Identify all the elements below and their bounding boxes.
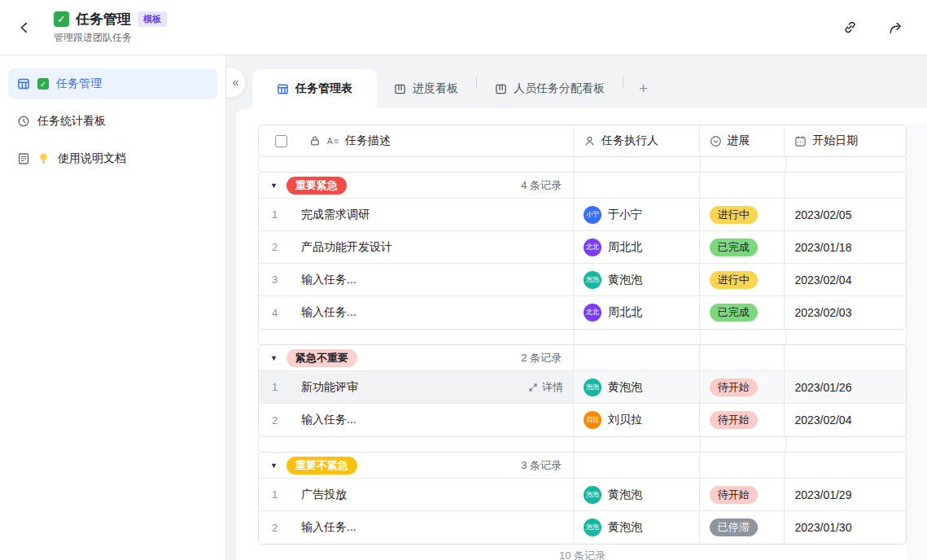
collapse-triangle-icon[interactable]: ▼ — [270, 462, 278, 470]
date-value: 2023/01/18 — [794, 241, 851, 254]
status-badge: 已停滞 — [710, 518, 758, 536]
date-value: 2023/02/03 — [794, 306, 851, 319]
assignee-name: 周北北 — [608, 305, 642, 320]
date-cell[interactable]: 2023/01/29 — [785, 479, 906, 510]
group-card-urgent-important: ▼ 重要紧急 4 条记录 1完成需求调研 小宁于小宁 进行中 2023/02/0… — [258, 172, 907, 330]
table-row[interactable]: 2输入任务... 贝拉刘贝拉 待开始 2023/02/04 — [259, 404, 906, 436]
assignee-name: 黄泡泡 — [608, 380, 642, 395]
status-cell[interactable]: 已停滞 — [700, 511, 785, 544]
date-value: 2023/01/26 — [794, 381, 851, 394]
sidebar-item-usage-doc[interactable]: 使用说明文档 — [8, 143, 217, 174]
status-badge: 进行中 — [710, 271, 758, 289]
assignee-cell[interactable]: 小宁于小宁 — [574, 199, 700, 230]
group-header[interactable]: ▼ 紧急不重要 2 条记录 — [259, 345, 906, 371]
task-name: 输入任务... — [301, 305, 356, 320]
assignee-cell[interactable]: 泡泡黄泡泡 — [574, 511, 700, 544]
assignee-name: 周北北 — [608, 240, 642, 255]
table-row[interactable]: 1 新功能评审 详情 泡泡黄泡泡 待开始 2023/01/26 — [259, 371, 906, 404]
doc-header: ✓ 任务管理 模板 管理跟进团队任务 — [0, 0, 927, 55]
title-block: ✓ 任务管理 模板 管理跟进团队任务 — [54, 10, 167, 45]
sidebar-item-stats-dashboard[interactable]: 任务统计看板 — [8, 106, 217, 137]
date-cell[interactable]: 2023/02/05 — [785, 199, 906, 230]
tab-separator — [623, 77, 623, 88]
avatar: 泡泡 — [584, 378, 601, 396]
clock-icon — [17, 115, 30, 128]
group-gap — [258, 437, 907, 452]
sidebar-item-label: 使用说明文档 — [58, 151, 126, 166]
status-cell[interactable]: 已完成 — [700, 231, 785, 263]
tab-progress-board[interactable]: 进度看板 — [377, 69, 475, 108]
status-badge: 已完成 — [710, 238, 758, 256]
date-cell[interactable]: 2023/01/18 — [785, 231, 906, 263]
share-icon — [887, 20, 903, 36]
grid-empty-area — [907, 125, 927, 560]
collapse-sidebar-button[interactable]: « — [226, 67, 246, 98]
view-tabbar: « 任务管理表 进度看板 — [226, 55, 927, 108]
tab-assignment-board[interactable]: 人员任务分配看板 — [478, 69, 622, 108]
select-all-checkbox[interactable] — [275, 135, 287, 147]
status-cell[interactable]: 待开始 — [700, 479, 785, 510]
table-grid-icon — [277, 83, 289, 95]
table-grid-icon — [17, 77, 30, 90]
main-area: « 任务管理表 进度看板 — [226, 55, 927, 560]
date-value: 2023/02/05 — [794, 208, 851, 221]
status-badge: 已完成 — [710, 304, 758, 322]
detail-expand-link[interactable]: 详情 — [528, 380, 573, 395]
group-count: 2 条记录 — [521, 351, 573, 365]
collapse-triangle-icon[interactable]: ▼ — [270, 182, 278, 190]
assignee-cell[interactable]: 泡泡黄泡泡 — [574, 264, 700, 295]
status-cell[interactable]: 进行中 — [700, 199, 785, 230]
status-cell[interactable]: 进行中 — [700, 264, 785, 295]
column-assignee[interactable]: 任务执行人 — [574, 125, 700, 156]
table-row[interactable]: 2产品功能开发设计 北北周北北 已完成 2023/01/18 — [259, 231, 906, 264]
calendar-icon — [794, 135, 807, 147]
copy-link-button[interactable] — [841, 19, 859, 37]
collapse-triangle-icon[interactable]: ▼ — [270, 354, 278, 362]
tab-task-table[interactable]: 任务管理表 — [252, 69, 377, 108]
sidebar: ✓ 任务管理 任务统计看板 使用说明文档 — [0, 55, 226, 560]
column-label: 进展 — [728, 133, 750, 148]
date-value: 2023/02/04 — [794, 273, 851, 287]
date-cell[interactable]: 2023/01/26 — [785, 371, 906, 403]
table-panel: A 任务描述 任务执行人 — [236, 108, 927, 560]
group-header[interactable]: ▼ 重要紧急 4 条记录 — [259, 173, 906, 199]
date-cell[interactable]: 2023/01/30 — [785, 511, 906, 544]
add-view-button[interactable]: + — [624, 69, 662, 108]
assignee-cell[interactable]: 北北周北北 — [574, 231, 700, 263]
table-row[interactable]: 4输入任务... 北北周北北 已完成 2023/02/03 — [259, 296, 906, 329]
column-label: 任务执行人 — [601, 133, 658, 148]
assignee-cell[interactable]: 泡泡黄泡泡 — [574, 479, 700, 510]
assignee-cell[interactable]: 北北周北北 — [574, 296, 700, 329]
group-header[interactable]: ▼ 重要不紧急 3 条记录 — [259, 453, 906, 479]
status-cell[interactable]: 待开始 — [700, 404, 785, 436]
table-row[interactable]: 1广告投放 泡泡黄泡泡 待开始 2023/01/29 — [259, 479, 906, 511]
group-gap — [258, 157, 907, 172]
column-progress[interactable]: 进展 — [700, 125, 785, 156]
sidebar-item-label: 任务统计看板 — [37, 114, 106, 129]
table-row[interactable]: 1完成需求调研 小宁于小宁 进行中 2023/02/05 — [259, 199, 906, 231]
check-emoji-icon: ✓ — [54, 11, 69, 27]
status-cell[interactable]: 已完成 — [700, 296, 785, 329]
row-number: 1 — [272, 208, 290, 221]
table-row[interactable]: 2输入任务... 泡泡黄泡泡 已停滞 2023/01/30 — [259, 511, 906, 544]
task-name: 输入任务... — [301, 413, 356, 427]
task-name: 产品功能开发设计 — [301, 240, 392, 255]
status-cell[interactable]: 待开始 — [700, 371, 785, 403]
sidebar-item-task-management[interactable]: ✓ 任务管理 — [8, 68, 217, 99]
back-button[interactable] — [13, 16, 36, 39]
assignee-cell[interactable]: 泡泡黄泡泡 — [574, 371, 700, 403]
column-start-date[interactable]: 开始日期 — [785, 125, 906, 156]
column-label: 任务描述 — [345, 133, 391, 148]
share-button[interactable] — [886, 19, 904, 37]
date-cell[interactable]: 2023/02/04 — [785, 264, 906, 295]
column-task-desc[interactable]: A 任务描述 — [259, 125, 574, 156]
date-cell[interactable]: 2023/02/04 — [785, 404, 906, 436]
bulb-emoji-icon — [37, 152, 50, 165]
date-cell[interactable]: 2023/02/03 — [785, 296, 906, 329]
assignee-cell[interactable]: 贝拉刘贝拉 — [574, 404, 700, 436]
task-name: 输入任务... — [301, 273, 356, 287]
table-row[interactable]: 3输入任务... 泡泡黄泡泡 进行中 2023/02/04 — [259, 264, 906, 296]
task-name: 输入任务... — [301, 520, 356, 535]
check-emoji-icon: ✓ — [37, 78, 49, 90]
tab-label: 人员任务分配看板 — [514, 81, 605, 96]
